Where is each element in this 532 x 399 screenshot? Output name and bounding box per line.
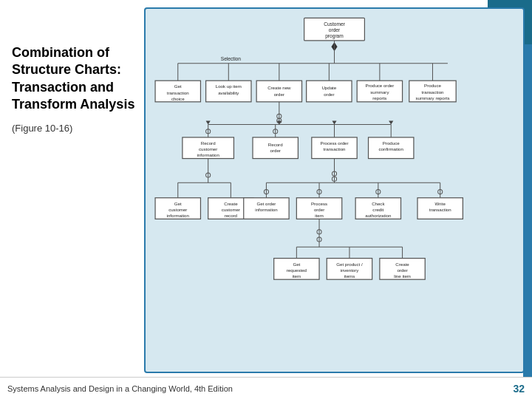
svg-text:summary reports: summary reports xyxy=(416,95,450,100)
svg-marker-118 xyxy=(389,120,393,124)
footer: Systems Analysis and Design in a Changin… xyxy=(0,377,532,399)
svg-text:customer: customer xyxy=(168,207,187,212)
svg-text:credit: credit xyxy=(372,207,383,212)
svg-text:Get product /: Get product / xyxy=(336,262,363,267)
svg-text:record: record xyxy=(225,213,238,218)
svg-text:reports: reports xyxy=(372,95,386,100)
svg-text:item: item xyxy=(315,213,324,218)
svg-text:Record: Record xyxy=(201,140,216,146)
svg-text:Get order: Get order xyxy=(257,201,276,206)
figure-subtitle: (Figure 10-16) xyxy=(12,123,136,134)
svg-text:order: order xyxy=(270,148,281,153)
main-title: Combination of Structure Charts: Transac… xyxy=(12,44,136,114)
svg-text:summary: summary xyxy=(370,89,389,95)
svg-text:line item: line item xyxy=(394,273,411,279)
svg-text:Update: Update xyxy=(321,85,336,90)
svg-text:Produce order: Produce order xyxy=(365,83,394,88)
svg-text:program: program xyxy=(325,33,344,39)
svg-text:customer: customer xyxy=(222,207,240,212)
svg-marker-117 xyxy=(332,120,336,124)
svg-text:inventory: inventory xyxy=(341,267,360,273)
svg-text:Produce: Produce xyxy=(383,140,400,146)
svg-text:availability: availability xyxy=(218,90,239,95)
svg-text:order: order xyxy=(274,92,284,97)
svg-text:information: information xyxy=(255,207,278,212)
svg-text:Process order: Process order xyxy=(320,140,348,146)
footer-text: Systems Analysis and Design in a Changin… xyxy=(7,384,233,393)
left-sidebar: Combination of Structure Charts: Transac… xyxy=(0,0,148,377)
svg-text:Get: Get xyxy=(174,83,182,89)
footer-page: 32 xyxy=(513,383,525,395)
svg-text:transaction: transaction xyxy=(324,146,347,151)
svg-text:order: order xyxy=(324,92,334,97)
svg-text:Write: Write xyxy=(435,201,446,206)
svg-text:choice: choice xyxy=(171,96,185,101)
svg-text:Create: Create xyxy=(395,262,409,267)
svg-text:Process: Process xyxy=(311,201,327,206)
svg-text:confirmation: confirmation xyxy=(379,146,404,151)
svg-text:information: information xyxy=(167,213,190,218)
svg-text:Get: Get xyxy=(293,262,300,267)
svg-text:order: order xyxy=(329,27,341,33)
svg-text:requested: requested xyxy=(287,267,307,273)
svg-text:transaction: transaction xyxy=(429,207,452,212)
svg-text:Record: Record xyxy=(268,142,283,147)
diagram-svg: Customer order program Selection Get tra… xyxy=(146,9,523,372)
svg-text:Create new: Create new xyxy=(267,85,291,90)
svg-text:information: information xyxy=(197,152,220,157)
svg-text:Check: Check xyxy=(372,201,385,206)
diagram-area: Customer order program Selection Get tra… xyxy=(144,7,525,373)
svg-marker-119 xyxy=(206,120,211,124)
svg-text:Get: Get xyxy=(174,201,182,206)
svg-text:item: item xyxy=(293,273,301,279)
svg-text:order: order xyxy=(397,267,407,273)
svg-text:customer: customer xyxy=(199,146,217,151)
svg-text:Produce: Produce xyxy=(424,83,441,88)
svg-text:items: items xyxy=(344,273,355,279)
svg-text:order: order xyxy=(314,207,324,212)
svg-text:transaction: transaction xyxy=(421,89,444,95)
svg-text:Look up item: Look up item xyxy=(216,83,242,89)
svg-text:Customer: Customer xyxy=(324,21,346,27)
svg-text:transaction: transaction xyxy=(167,90,190,95)
svg-text:Selection: Selection xyxy=(221,56,242,61)
svg-text:Create: Create xyxy=(224,201,238,206)
svg-text:authorization: authorization xyxy=(365,213,392,218)
